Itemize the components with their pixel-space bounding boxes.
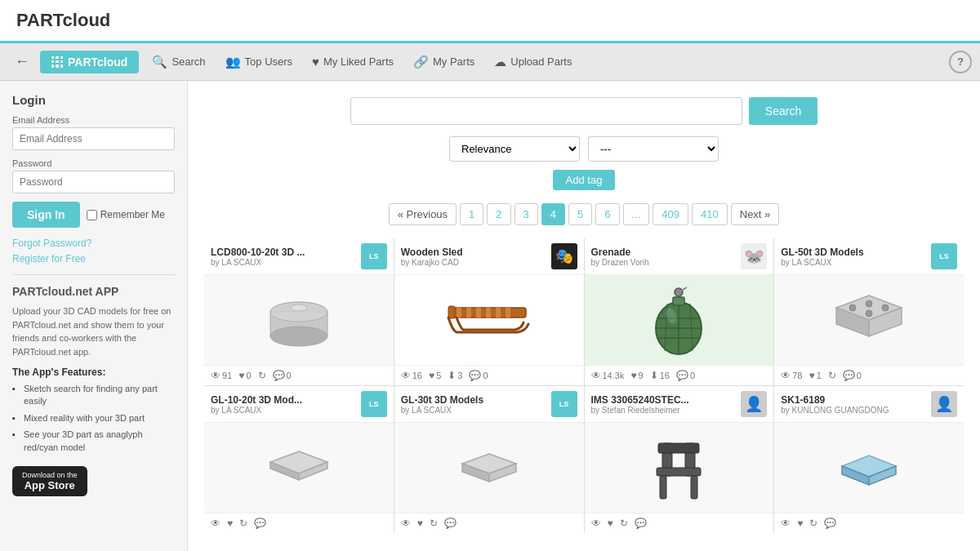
page-button-6[interactable]: 6 (595, 203, 619, 225)
author-badge: LS (931, 243, 957, 269)
feature-item: Sketch search for finding any part easil… (12, 383, 175, 408)
part-stats: 👁91 ♥0 ↻ 💬0 (204, 365, 394, 385)
refresh-icon: ↻ (620, 518, 628, 529)
nav-item-upload[interactable]: ☁ Upload Parts (484, 50, 581, 74)
search-nav-icon: 🔍 (152, 55, 167, 69)
prev-page-button[interactable]: « Previous (389, 203, 457, 225)
comment-stat: 💬0 (273, 370, 292, 381)
heart-icon: ♥ (238, 370, 244, 381)
remember-label[interactable]: Remember Me (87, 209, 165, 220)
part-image (204, 275, 394, 365)
email-field[interactable] (12, 127, 175, 150)
likes-stat: ♥ (227, 518, 233, 529)
password-field[interactable] (12, 171, 175, 193)
nav-item-liked-parts[interactable]: ♥ My Liked Parts (302, 50, 403, 73)
part-title: GL-50t 3D Models (781, 247, 863, 258)
download-stat: ↻ (258, 370, 266, 381)
category-select[interactable]: --- All Categories (588, 136, 719, 162)
part-header: GL-50t 3D Models by LA SCAUX LS (774, 238, 964, 275)
forgot-password-link[interactable]: Forgot Password? (12, 238, 175, 249)
part-card[interactable]: LCD800-10-20t 3D ... by LA SCAUX LS (204, 238, 394, 385)
content-area: Search Relevance Newest Most Liked Most … (188, 81, 980, 551)
nav-item-search[interactable]: 🔍 Search (142, 50, 215, 74)
part-card[interactable]: Wooden Sled by Karajko CAD 🎭 (394, 238, 584, 385)
author-badge: LS (551, 391, 577, 417)
refresh-icon: ↻ (239, 518, 247, 529)
svg-rect-20 (673, 297, 684, 305)
part-header: IMS 33065240STEC... by Stefan Riedelshei… (585, 386, 774, 423)
remember-checkbox[interactable] (87, 210, 97, 220)
page-button-410[interactable]: 410 (692, 203, 728, 225)
feature-list: Sketch search for finding any part easil… (12, 383, 175, 454)
part-header: LCD800-10-20t 3D ... by LA SCAUX LS (204, 238, 394, 275)
views-stat: 👁 (211, 518, 220, 529)
comment-icon: 💬 (444, 518, 457, 529)
part-card[interactable]: IMS 33065240STEC... by Stefan Riedelshei… (585, 386, 774, 533)
part-card[interactable]: GL-10-20t 3D Mod... by LA SCAUX LS 👁 ♥ (204, 386, 394, 533)
download-stat: ⬇16 (650, 370, 670, 381)
help-button[interactable]: ? (949, 51, 972, 73)
add-tag-button[interactable]: Add tag (553, 170, 616, 190)
nav-brand[interactable]: PARTcloud (40, 51, 139, 73)
main-search-button[interactable]: Search (749, 97, 817, 125)
users-icon: 👥 (225, 55, 241, 69)
register-link[interactable]: Register for Free (12, 253, 175, 264)
part-title: GL-10-20t 3D Mod... (211, 394, 302, 406)
eye-icon: 👁 (781, 518, 791, 529)
part-card[interactable]: SK1-6189 by KUNLONG GUANGDONG 👤 👁 ♥ ↻ (774, 386, 964, 533)
nav-item-top-users[interactable]: 👥 Top Users (216, 50, 303, 74)
part-author: by LA SCAUX (211, 258, 305, 267)
part-header: Grenade by Drazen Vorih 🐭 (585, 238, 774, 275)
likes-stat: ♥5 (429, 370, 441, 381)
part-title: LCD800-10-20t 3D ... (211, 247, 305, 258)
signin-button[interactable]: Sign In (12, 202, 80, 228)
sort-select[interactable]: Relevance Newest Most Liked Most Viewed (449, 136, 580, 162)
login-title: Login (12, 93, 175, 107)
back-button[interactable]: ← (8, 50, 36, 73)
page-button-2[interactable]: 2 (487, 203, 510, 225)
part-image (774, 423, 964, 513)
comment-icon: 💬 (635, 518, 647, 529)
author-badge: 👤 (741, 391, 767, 417)
part-stats: 👁 ♥ ↻ 💬 (394, 513, 584, 533)
svg-point-29 (882, 304, 889, 311)
views-stat: 👁 (781, 518, 791, 529)
site-title: PARTcloud (16, 10, 110, 30)
likes-stat: ♥9 (630, 370, 643, 381)
comment-icon: 💬 (469, 370, 481, 381)
app-store-label: App Store (22, 479, 78, 491)
comment-stat: 💬 (635, 518, 647, 529)
heart-nav-icon: ♥ (312, 55, 319, 69)
author-badge: 🐭 (741, 243, 767, 269)
grid-icon (51, 56, 63, 68)
next-page-button[interactable]: Next » (731, 203, 780, 225)
page-button-409[interactable]: 409 (653, 203, 688, 225)
eye-icon: 👁 (401, 518, 411, 529)
svg-rect-6 (457, 308, 461, 318)
page-button-1[interactable]: 1 (460, 203, 483, 225)
app-store-pre: Download on the (22, 471, 78, 479)
app-store-button[interactable]: Download on the App Store (12, 466, 87, 496)
nav-item-my-parts[interactable]: 🔗 My Parts (403, 50, 484, 74)
page-button-4[interactable]: 4 (541, 203, 565, 225)
part-author: by KUNLONG GUANGDONG (781, 406, 889, 415)
part-card[interactable]: GL-30t 3D Models by LA SCAUX LS 👁 ♥ ↻ (394, 386, 584, 533)
features-title: The App's Features: (12, 367, 175, 378)
page-button-3[interactable]: 3 (514, 203, 538, 225)
svg-point-4 (291, 304, 307, 311)
main-search-input[interactable] (350, 97, 742, 125)
part-author: by Karajko CAD (401, 258, 463, 267)
svg-rect-42 (691, 476, 697, 499)
main-layout: Login Email Address Password Sign In Rem… (0, 81, 980, 551)
page-button-5[interactable]: 5 (568, 203, 592, 225)
svg-point-28 (866, 300, 872, 307)
heart-icon: ♥ (797, 518, 803, 529)
part-header: GL-10-20t 3D Mod... by LA SCAUX LS (204, 386, 394, 423)
pagination: « Previous 1 2 3 4 5 6 ... 409 410 Next … (204, 203, 964, 225)
likes-stat: ♥0 (238, 370, 251, 381)
part-card[interactable]: Grenade by Drazen Vorih 🐭 (585, 238, 774, 385)
likes-stat: ♥ (797, 518, 803, 529)
part-card[interactable]: GL-50t 3D Models by LA SCAUX LS (774, 238, 964, 385)
part-stats: 👁 ♥ ↻ 💬 (585, 513, 774, 533)
part-header: GL-30t 3D Models by LA SCAUX LS (394, 386, 584, 423)
